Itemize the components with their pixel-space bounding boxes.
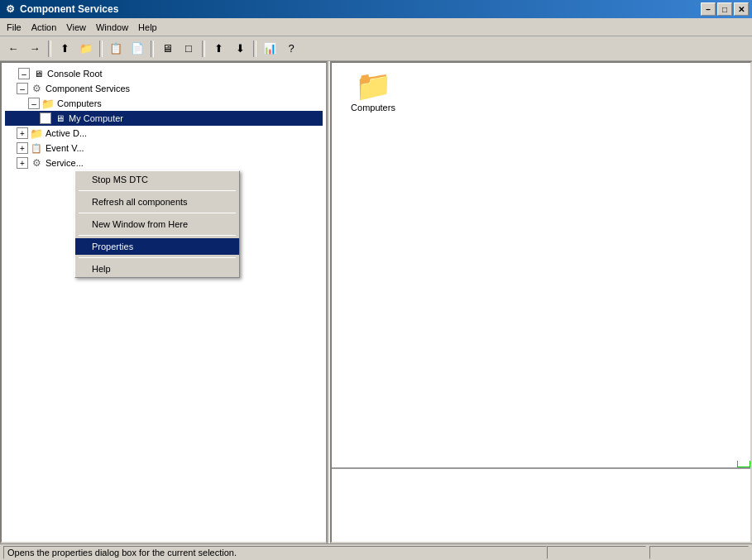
expander-services[interactable]: + bbox=[17, 157, 28, 169]
ctx-sep-3 bbox=[79, 235, 236, 236]
active-directory-label: Active D... bbox=[46, 128, 87, 138]
services-icon: ⚙ bbox=[30, 156, 43, 170]
my-computer-icon: 🖥 bbox=[53, 112, 66, 125]
title-bar-buttons: – □ ✕ bbox=[701, 2, 749, 16]
folder-display-label: Computers bbox=[351, 103, 395, 112]
menu-help[interactable]: Help bbox=[133, 21, 162, 34]
toolbar: ← → ⬆ 📁 📋 📄 🖥 □ ⬆ ⬇ 📊 ? bbox=[0, 36, 752, 61]
maximize-button[interactable]: □ bbox=[717, 2, 732, 16]
services-label: Service... bbox=[46, 158, 84, 168]
tree-item-computers[interactable]: – 📁 Computers bbox=[5, 96, 323, 111]
folder-button[interactable]: 📁 bbox=[76, 39, 96, 59]
computers-folder-icon: 📁 bbox=[41, 97, 55, 110]
status-panel-2 bbox=[649, 546, 749, 559]
component-services-icon: ⚙ bbox=[30, 82, 43, 95]
title-bar-text: Component Services bbox=[20, 3, 701, 15]
back-button[interactable]: ← bbox=[3, 39, 23, 59]
expander-computers[interactable]: – bbox=[28, 98, 40, 109]
title-bar: ⚙ Component Services – □ ✕ bbox=[0, 0, 752, 18]
forward-button[interactable]: → bbox=[25, 39, 45, 59]
ctx-refresh-all[interactable]: Refresh all components bbox=[75, 194, 239, 210]
right-pane: 📁 Computers bbox=[330, 61, 752, 543]
main-container: – 🖥 Console Root – ⚙ Component Services … bbox=[0, 61, 752, 543]
toolbar-sep-2 bbox=[99, 41, 103, 57]
console-root-label: Console Root bbox=[47, 69, 103, 79]
expander-my-computer[interactable]: + bbox=[40, 112, 51, 124]
event-viewer-icon: 📋 bbox=[30, 141, 43, 155]
properties-button[interactable]: 📊 bbox=[260, 39, 280, 59]
menu-bar: File Action View Window Help bbox=[0, 18, 752, 36]
my-computer-label: My Computer bbox=[69, 113, 123, 123]
export-button[interactable]: ⬆ bbox=[208, 39, 228, 59]
tree-pane[interactable]: – 🖥 Console Root – ⚙ Component Services … bbox=[0, 61, 327, 543]
status-right bbox=[547, 546, 749, 559]
status-panel-1 bbox=[547, 546, 646, 559]
ctx-properties[interactable]: Properties bbox=[75, 238, 239, 255]
computers-label: Computers bbox=[57, 98, 102, 108]
tree-item-component-services[interactable]: – ⚙ Component Services bbox=[5, 81, 323, 96]
ctx-help[interactable]: Help bbox=[75, 261, 239, 277]
copy-button[interactable]: 📋 bbox=[106, 39, 126, 59]
component-services-label: Component Services bbox=[46, 84, 130, 93]
menu-action[interactable]: Action bbox=[26, 21, 62, 34]
menu-window[interactable]: Window bbox=[91, 21, 133, 34]
status-text: Opens the properties dialog box for the … bbox=[3, 546, 547, 559]
import-button[interactable]: ⬇ bbox=[230, 39, 250, 59]
expander-component-services[interactable]: – bbox=[17, 83, 28, 94]
menu-view[interactable]: View bbox=[61, 21, 91, 34]
tree-item-active-directory[interactable]: + 📁 Active D... bbox=[5, 126, 323, 141]
big-folder-icon: 📁 bbox=[355, 71, 392, 101]
window-button[interactable]: □ bbox=[179, 39, 199, 59]
ctx-stop-ms-dtc[interactable]: Stop MS DTC bbox=[75, 171, 239, 188]
console-button[interactable]: 🖥 bbox=[157, 39, 177, 59]
minimize-button[interactable]: – bbox=[701, 2, 716, 16]
right-top-pane: 📁 Computers bbox=[332, 63, 750, 467]
expander-event-viewer[interactable]: + bbox=[17, 142, 28, 154]
active-directory-icon: 📁 bbox=[30, 127, 43, 140]
tree-item-event-viewer[interactable]: + 📋 Event V... bbox=[5, 141, 323, 156]
folder-display[interactable]: 📁 Computers bbox=[340, 71, 406, 112]
context-menu: Stop MS DTC Refresh all components New W… bbox=[74, 170, 240, 278]
toolbar-sep-3 bbox=[151, 41, 154, 57]
toolbar-sep-1 bbox=[48, 41, 51, 57]
tree-item-my-computer[interactable]: + 🖥 My Computer bbox=[5, 111, 323, 126]
expander-empty bbox=[5, 68, 17, 79]
tree-item-console-root[interactable]: – 🖥 Console Root bbox=[5, 66, 323, 81]
event-viewer-label: Event V... bbox=[46, 143, 84, 153]
status-bar: Opens the properties dialog box for the … bbox=[0, 543, 752, 560]
menu-file[interactable]: File bbox=[2, 21, 26, 34]
ctx-sep-4 bbox=[79, 257, 236, 258]
console-root-icon: 🖥 bbox=[31, 67, 45, 80]
resize-indicator bbox=[737, 454, 750, 467]
ctx-new-window[interactable]: New Window from Here bbox=[75, 216, 239, 232]
right-bottom-pane bbox=[332, 467, 750, 542]
up-button[interactable]: ⬆ bbox=[55, 39, 74, 59]
expander-active-directory[interactable]: + bbox=[17, 127, 28, 139]
expander-console-root[interactable]: – bbox=[18, 68, 30, 79]
toolbar-sep-5 bbox=[253, 41, 256, 57]
ctx-sep-2 bbox=[79, 213, 236, 213]
app-icon: ⚙ bbox=[3, 2, 17, 16]
help-button[interactable]: ? bbox=[281, 39, 301, 59]
paste-button[interactable]: 📄 bbox=[127, 39, 147, 59]
toolbar-sep-4 bbox=[202, 41, 205, 57]
tree-item-services[interactable]: + ⚙ Service... bbox=[5, 156, 323, 170]
close-button[interactable]: ✕ bbox=[734, 2, 749, 16]
ctx-sep-1 bbox=[79, 190, 236, 191]
